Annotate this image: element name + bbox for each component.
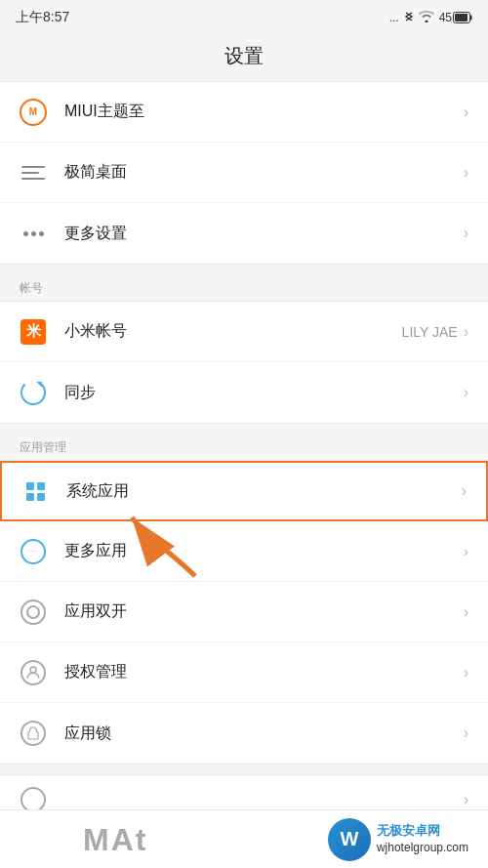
logo-site-main: 无极安卓网 [377,822,468,840]
xiaomi-account-chevron: › [464,323,468,341]
signal-icon: ... [389,11,399,24]
menu-item-more-settings[interactable]: 更多设置 › [0,203,488,264]
sync-chevron: › [464,384,468,401]
section-top-apps: M MIUI主题至 › 极简桌面 › 更多设置 › [0,81,488,265]
mat-text: MAt [83,822,147,858]
menu-item-xiaomi-account[interactable]: 米 小米帐号 LILY JAE › [0,302,488,362]
simple-desktop-chevron: › [464,164,468,182]
miui-themes-label: MIUI主题至 [64,102,464,122]
sync-label: 同步 [64,383,464,403]
miui-themes-chevron: › [464,103,468,121]
status-icons: ... 45 [389,10,472,26]
dual-apps-icon [16,595,51,630]
menu-item-app-lock[interactable]: 应用锁 › [0,703,488,764]
status-bar: 上午8:57 ... 45 [0,0,488,35]
dual-apps-label: 应用双开 [64,601,464,622]
system-apps-label: 系统应用 [66,481,462,502]
xiaomi-account-value: LILY JAE [402,324,458,340]
more-settings-label: 更多设置 [64,224,464,244]
wifi-icon [419,11,434,25]
more-apps-chevron: › [464,543,468,560]
app-lock-chevron: › [464,724,468,742]
miui-themes-icon: M [16,95,51,130]
auth-management-icon [16,655,51,690]
watermark-bar: MAt W 无极安卓网 wjhotelgroup.com [0,809,488,868]
menu-item-dual-apps[interactable]: 应用双开 › [0,582,488,642]
more-apps-icon [16,534,51,569]
svg-rect-2 [470,16,472,21]
section-app-management: 系统应用 › 更多应用 › 应用双开 › 授权管理 › [0,460,488,765]
simple-desktop-label: 极简桌面 [64,162,464,183]
menu-item-auth-management[interactable]: 授权管理 › [0,642,488,703]
menu-item-simple-desktop[interactable]: 极简桌面 › [0,143,488,203]
more-apps-label: 更多应用 [64,541,464,561]
svg-rect-1 [455,14,468,21]
more-settings-icon [16,216,51,251]
watermark-logo: W 无极安卓网 wjhotelgroup.com [328,818,468,861]
app-management-section-label: 应用管理 [0,434,488,460]
battery-icon: 45 [439,11,472,24]
menu-item-sync[interactable]: 同步 › [0,362,488,423]
dual-apps-chevron: › [464,603,468,621]
more-settings-chevron: › [464,225,468,242]
menu-item-system-apps[interactable]: 系统应用 › [0,461,488,521]
system-apps-chevron: › [462,482,467,500]
system-apps-icon [18,474,53,509]
xiaomi-account-icon: 米 [16,314,51,350]
logo-site-sub: wjhotelgroup.com [377,840,468,856]
auth-management-label: 授权管理 [64,662,464,682]
menu-item-miui-themes[interactable]: M MIUI主题至 › [0,82,488,143]
sync-icon [16,375,51,410]
logo-w-circle: W [328,818,371,861]
auth-management-chevron: › [464,664,468,682]
bluetooth-icon [404,10,414,26]
account-section-label: 帐号 [0,274,488,301]
app-lock-label: 应用锁 [64,723,464,744]
section-account: 米 小米帐号 LILY JAE › 同步 › [0,301,488,424]
partial-chevron: › [464,791,468,808]
status-time: 上午8:57 [16,9,69,26]
svg-point-3 [30,667,36,673]
simple-desktop-icon [16,155,51,190]
menu-item-more-apps[interactable]: 更多应用 › [0,521,488,582]
logo-text-block: 无极安卓网 wjhotelgroup.com [377,822,468,856]
page-title: 设置 [0,35,488,81]
app-lock-icon [16,716,51,751]
xiaomi-account-label: 小米帐号 [64,321,402,342]
